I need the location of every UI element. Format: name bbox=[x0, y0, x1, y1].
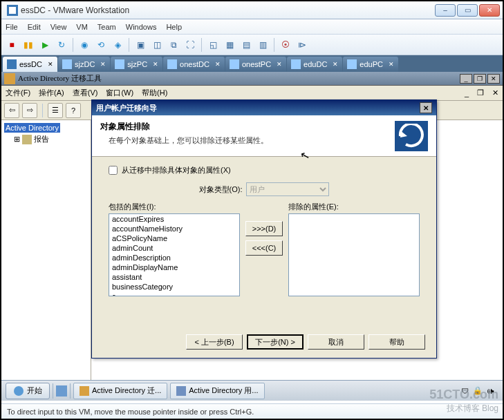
vmware-toolbar: ■ ▮▮ ▶ ↻ ◉ ⟲ ◈ ▣ ◫ ⧉ ⛶ ◱ ▦ ▤ ▥ ⦿ ⧐ bbox=[1, 35, 503, 55]
tab-close-icon[interactable]: ✕ bbox=[153, 61, 158, 68]
tab-onestpc[interactable]: onestPC✕ bbox=[225, 57, 286, 72]
nav-back-icon[interactable]: ⇦ bbox=[4, 103, 19, 118]
back-button[interactable]: < 上一步(B) bbox=[186, 334, 243, 350]
exclude-checkbox[interactable] bbox=[109, 166, 118, 175]
menu-vm[interactable]: VM bbox=[76, 23, 88, 31]
menu-help[interactable]: Help bbox=[166, 23, 182, 31]
add-button[interactable]: >>>(D) bbox=[245, 221, 283, 236]
tab-sjzdc[interactable]: sjzDC✕ bbox=[58, 57, 110, 72]
tab-close-icon[interactable]: ✕ bbox=[215, 61, 221, 68]
mmc-child-close[interactable]: ✕ bbox=[492, 88, 498, 97]
dialog-close-button[interactable]: ✕ bbox=[420, 102, 432, 113]
minimize-button[interactable]: – bbox=[435, 4, 456, 17]
mmc-menu-action[interactable]: 操作(A) bbox=[39, 88, 64, 98]
tree-pane[interactable]: Active Directory ⊞ 报告 bbox=[1, 120, 91, 385]
mmc-close-button[interactable]: ✕ bbox=[487, 74, 500, 84]
tray-icon[interactable]: 🛡 bbox=[461, 387, 469, 395]
show-console-icon[interactable]: ▣ bbox=[133, 37, 148, 52]
status-text: To direct input to this VM, move the mou… bbox=[7, 408, 254, 416]
poweron-icon[interactable]: ▶ bbox=[37, 37, 53, 52]
maximize-button[interactable]: ▭ bbox=[457, 4, 478, 17]
console-view-icon[interactable]: ▥ bbox=[255, 37, 270, 52]
start-button[interactable]: 开始 bbox=[6, 383, 50, 399]
vm-display[interactable]: Active Directory 迁移工具 _ ❐ ✕ 文件(F) 操作(A) … bbox=[1, 72, 503, 401]
unity-icon[interactable]: ◱ bbox=[205, 37, 221, 52]
dialog-heading: 对象属性排除 bbox=[100, 121, 395, 133]
sidebar-icon[interactable]: ◫ bbox=[149, 37, 165, 52]
mmc-menu-help[interactable]: 帮助(H) bbox=[142, 88, 167, 98]
mmc-titlebar: Active Directory 迁移工具 _ ❐ ✕ bbox=[1, 72, 503, 86]
app-icon bbox=[7, 5, 18, 16]
svg-rect-8 bbox=[347, 59, 357, 69]
reset-icon[interactable]: ↻ bbox=[54, 37, 69, 52]
svg-rect-13 bbox=[80, 386, 89, 396]
svg-rect-10 bbox=[22, 135, 32, 144]
help-button[interactable]: 帮助 bbox=[368, 334, 425, 350]
tree-item-reports[interactable]: ⊞ 报告 bbox=[4, 133, 88, 146]
windows-logo-icon bbox=[13, 385, 24, 397]
exclude-listbox[interactable] bbox=[288, 213, 420, 296]
cancel-button[interactable]: 取消 bbox=[308, 334, 364, 350]
tab-close-icon[interactable]: ✕ bbox=[389, 61, 394, 68]
vmware-titlebar: essDC - VMware Workstation – ▭ ✕ bbox=[1, 1, 503, 19]
mmc-menu-window[interactable]: 窗口(W) bbox=[106, 88, 133, 98]
mmc-menu-view[interactable]: 查看(V) bbox=[73, 88, 98, 98]
mmc-restore-button[interactable]: ❐ bbox=[474, 74, 486, 84]
taskbar-item-aduser[interactable]: Active Directory 用... bbox=[170, 383, 264, 399]
svg-rect-6 bbox=[230, 59, 239, 69]
snapshot-manager-icon[interactable]: ◈ bbox=[110, 37, 125, 52]
svg-rect-3 bbox=[62, 59, 72, 69]
tab-onestdc[interactable]: onestDC✕ bbox=[163, 57, 225, 72]
mmc-child-restore[interactable]: ❐ bbox=[477, 88, 484, 97]
svg-rect-14 bbox=[176, 386, 186, 396]
appliance-icon[interactable]: ▤ bbox=[239, 37, 254, 52]
tab-edupc[interactable]: eduPC✕ bbox=[343, 57, 398, 72]
fullscreen-icon[interactable]: ⛶ bbox=[183, 37, 198, 52]
plus-icon[interactable]: ⊞ bbox=[14, 135, 20, 144]
mmc-minimize-button[interactable]: _ bbox=[460, 74, 472, 84]
tab-edudc[interactable]: eduDC✕ bbox=[287, 57, 342, 72]
menu-view[interactable]: View bbox=[50, 23, 67, 31]
svg-rect-5 bbox=[167, 59, 177, 69]
tab-essdc[interactable]: essDC✕ bbox=[3, 57, 57, 72]
summary-icon[interactable]: ▦ bbox=[222, 37, 237, 52]
help-icon[interactable]: ? bbox=[66, 103, 81, 118]
tab-sjzpc[interactable]: sjzPC✕ bbox=[111, 57, 162, 72]
mmc-child-minimize[interactable]: _ bbox=[465, 89, 469, 97]
revert-icon[interactable]: ⟲ bbox=[93, 37, 109, 52]
menu-windows[interactable]: Windows bbox=[126, 23, 157, 31]
tab-close-icon[interactable]: ✕ bbox=[333, 61, 338, 68]
menu-team[interactable]: Team bbox=[97, 23, 116, 31]
tray-icon[interactable]: 🔒 bbox=[473, 386, 483, 395]
system-tray[interactable]: 🛡 🔒 🕪 bbox=[457, 386, 498, 395]
tab-close-icon[interactable]: ✕ bbox=[100, 61, 106, 68]
capture-icon[interactable]: ⦿ bbox=[278, 37, 293, 52]
dialog-titlebar[interactable]: 用户帐户迁移向导 ✕ bbox=[92, 100, 436, 115]
tree-root[interactable]: Active Directory bbox=[4, 123, 60, 133]
object-type-select[interactable]: 用户 bbox=[246, 182, 329, 196]
poweroff-icon[interactable]: ■ bbox=[4, 37, 19, 52]
suspend-icon[interactable]: ▮▮ bbox=[21, 37, 36, 52]
quickswitch-icon[interactable]: ⧉ bbox=[166, 37, 181, 52]
menu-edit[interactable]: Edit bbox=[28, 23, 41, 31]
vmware-statusbar: To direct input to this VM, move the mou… bbox=[1, 403, 503, 419]
tab-close-icon[interactable]: ✕ bbox=[277, 61, 282, 68]
snapshot-icon[interactable]: ◉ bbox=[77, 37, 92, 52]
include-listbox[interactable]: accountExpires accountNameHistory aCSPol… bbox=[109, 213, 240, 296]
tray-icon[interactable]: 🕪 bbox=[487, 387, 494, 395]
taskbar-item-admt[interactable]: Active Directory 迁... bbox=[73, 383, 167, 399]
dialog-banner: 对象属性排除 在每个对象基础上，您可以排除迁移某些属性。 bbox=[92, 115, 436, 157]
remove-button[interactable]: <<<(C) bbox=[245, 240, 283, 256]
replay-icon[interactable]: ⧐ bbox=[295, 37, 310, 52]
show-tree-icon[interactable]: ☰ bbox=[48, 103, 63, 118]
nav-forward-icon[interactable]: ⇨ bbox=[22, 103, 37, 118]
tab-close-icon[interactable]: ✕ bbox=[48, 61, 53, 68]
quicklaunch-desktop-icon[interactable] bbox=[56, 385, 67, 397]
mmc-menu-file[interactable]: 文件(F) bbox=[6, 88, 30, 98]
menu-file[interactable]: File bbox=[6, 23, 18, 31]
next-button[interactable]: 下一步(N) > bbox=[247, 334, 304, 350]
svg-rect-7 bbox=[291, 59, 301, 69]
close-button[interactable]: ✕ bbox=[479, 4, 500, 17]
mmc-menubar: 文件(F) 操作(A) 查看(V) 窗口(W) 帮助(H) _ ❐ ✕ bbox=[1, 86, 503, 101]
svg-rect-1 bbox=[9, 7, 16, 14]
